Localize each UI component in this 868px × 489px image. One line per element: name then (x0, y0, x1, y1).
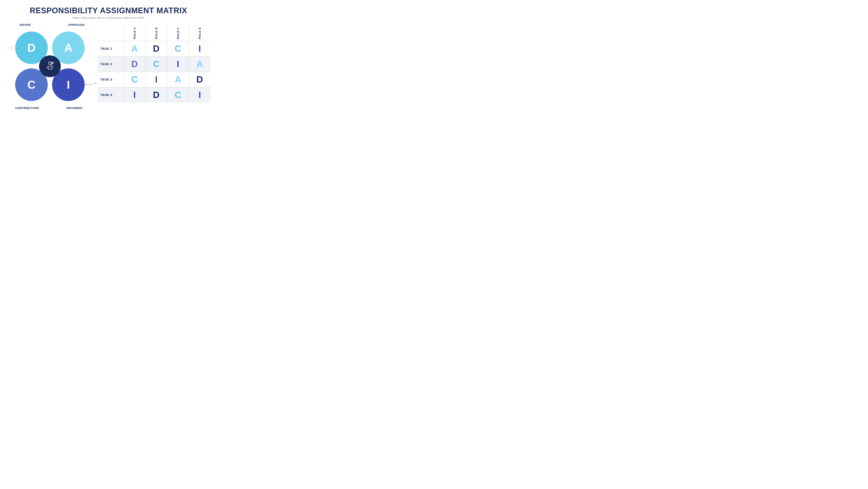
approver-label: APPROVER (68, 23, 85, 27)
role-cell: A (167, 72, 189, 87)
role-cell: D (124, 56, 145, 72)
task-label: TASK 4 (100, 93, 112, 97)
header: RESPONSIBILITY ASSIGNMENT MATRIX Make a … (30, 6, 187, 19)
line-right (85, 84, 93, 85)
task-label-cell: TASK 1 (98, 41, 124, 56)
role-cell: C (124, 72, 145, 87)
cell-letter: D (196, 74, 203, 85)
cell-letter: D (153, 44, 159, 54)
role-c-header: ROLE C (167, 25, 189, 41)
task-header-cell (98, 25, 124, 41)
table-row: TASK 3CIAD (98, 72, 211, 87)
role-c-label: ROLE C (177, 26, 180, 39)
page-title: RESPONSIBILITY ASSIGNMENT MATRIX (30, 6, 187, 15)
cell-letter: I (133, 90, 136, 100)
role-cell: D (189, 72, 211, 87)
contributors-label: CONTRIBUTORS (15, 107, 39, 110)
role-d-header: ROLE D (189, 25, 211, 41)
role-cell: I (167, 56, 189, 72)
role-cell: C (167, 41, 189, 56)
cell-letter: A (131, 44, 138, 54)
role-cell: C (145, 56, 167, 72)
content-area: DRIVER APPROVER CONTRIBUTORS INFORMED ➔ … (9, 23, 208, 118)
circles-area: DRIVER APPROVER CONTRIBUTORS INFORMED ➔ … (13, 29, 87, 103)
circle-center (39, 55, 61, 77)
task-label: TASK 2 (100, 62, 112, 66)
role-cell: A (189, 56, 211, 72)
task-label-cell: TASK 4 (98, 87, 124, 103)
person-flag-icon (44, 60, 56, 73)
role-cell: C (167, 87, 189, 103)
task-label-cell: TASK 2 (98, 56, 124, 72)
cell-letter: C (175, 90, 181, 100)
role-d-label: ROLE D (198, 26, 202, 39)
cell-letter: I (155, 74, 158, 85)
role-a-header: ROLE A (124, 25, 145, 41)
cell-letter: I (198, 44, 201, 54)
a-letter: A (64, 41, 72, 54)
cell-letter: A (175, 74, 181, 85)
cell-letter: D (131, 59, 138, 69)
cell-letter: D (153, 90, 159, 100)
role-b-header: ROLE B (145, 25, 167, 41)
d-letter: D (27, 41, 36, 54)
role-cell: I (189, 87, 211, 103)
cell-letter: I (198, 90, 201, 100)
driver-label: DRIVER (20, 23, 31, 27)
cell-letter: C (153, 59, 159, 69)
role-a-label: ROLE A (133, 26, 136, 39)
i-letter: I (67, 78, 70, 91)
table-row: TASK 4IDCI (98, 87, 211, 103)
task-label: TASK 1 (100, 47, 112, 50)
arrow-right-icon: ➔ (94, 81, 97, 85)
informed-label: INFORMED (67, 107, 83, 110)
task-label: TASK 3 (100, 78, 112, 81)
daci-diagram: DRIVER APPROVER CONTRIBUTORS INFORMED ➔ … (9, 23, 91, 118)
svg-point-0 (49, 62, 52, 64)
page: RESPONSIBILITY ASSIGNMENT MATRIX Make a … (0, 0, 217, 122)
cell-letter: C (175, 44, 181, 54)
role-cell: I (124, 87, 145, 103)
role-cell: A (124, 41, 145, 56)
svg-marker-2 (52, 62, 54, 63)
table-row: TASK 2DCIA (98, 56, 211, 72)
c-letter: C (27, 78, 36, 91)
role-cell: I (145, 72, 167, 87)
line-left (9, 48, 13, 48)
cell-letter: I (177, 59, 179, 69)
table-row: TASK 1ADCI (98, 41, 211, 56)
role-b-label: ROLE B (155, 26, 158, 39)
matrix-table: ROLE A ROLE B ROLE C ROLE D (98, 25, 211, 103)
role-cell: I (189, 41, 211, 56)
role-cell: D (145, 41, 167, 56)
cell-letter: C (131, 74, 138, 85)
role-cell: D (145, 87, 167, 103)
matrix-area: ROLE A ROLE B ROLE C ROLE D (98, 23, 211, 118)
page-subtitle: Make a big impact with our professional … (30, 16, 187, 19)
cell-letter: A (196, 59, 203, 69)
task-label-cell: TASK 3 (98, 72, 124, 87)
